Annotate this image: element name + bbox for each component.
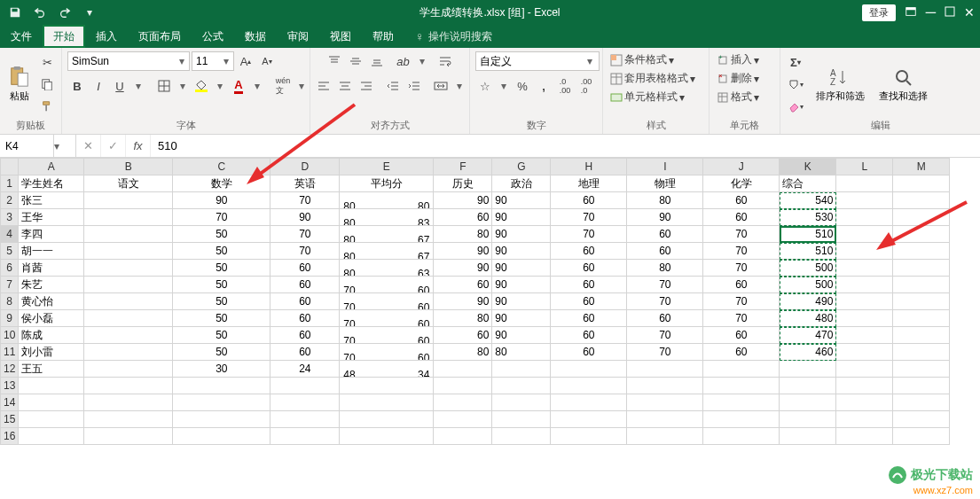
- cell[interactable]: 8067: [340, 226, 434, 243]
- cell[interactable]: [893, 344, 950, 361]
- cell[interactable]: 王五: [19, 361, 84, 378]
- col-header[interactable]: K: [780, 159, 836, 175]
- cell[interactable]: [492, 394, 551, 411]
- tab-review[interactable]: 审阅: [277, 25, 319, 48]
- enter-formula-button[interactable]: ✓: [101, 135, 126, 157]
- cell[interactable]: 90: [492, 327, 551, 344]
- cell[interactable]: [84, 344, 173, 361]
- tab-data[interactable]: 数据: [234, 25, 277, 48]
- cell[interactable]: 4834: [340, 361, 434, 378]
- cell[interactable]: 24: [270, 361, 340, 378]
- cell[interactable]: 60: [270, 277, 340, 293]
- cell[interactable]: 90: [270, 209, 340, 226]
- cell[interactable]: 90: [434, 243, 492, 260]
- row-header[interactable]: 4: [1, 226, 19, 243]
- chevron-down-icon[interactable]: ▾: [452, 80, 466, 92]
- name-box-input[interactable]: [0, 140, 53, 152]
- font-name-combo[interactable]: ▾: [67, 51, 190, 71]
- cell[interactable]: 60: [551, 310, 627, 327]
- cell[interactable]: [19, 411, 84, 428]
- cell[interactable]: 90: [434, 293, 492, 310]
- cell[interactable]: 530: [780, 209, 836, 226]
- cell[interactable]: 70: [703, 293, 780, 310]
- cell[interactable]: 90: [434, 260, 492, 277]
- cell[interactable]: 90: [492, 192, 551, 209]
- merge-center-button[interactable]: [431, 76, 451, 96]
- cell[interactable]: 80: [434, 344, 492, 361]
- cell[interactable]: [270, 428, 340, 445]
- chevron-down-icon[interactable]: ▾: [415, 55, 429, 67]
- cell[interactable]: 70: [627, 344, 703, 361]
- cell[interactable]: [627, 394, 703, 411]
- col-header[interactable]: D: [270, 159, 340, 175]
- chevron-down-icon[interactable]: ▾: [219, 55, 233, 67]
- cell[interactable]: 50: [173, 260, 270, 277]
- cell[interactable]: [780, 378, 836, 394]
- cell[interactable]: 7060: [340, 310, 434, 327]
- insert-cells-button[interactable]: +插入▾: [715, 51, 761, 68]
- cell[interactable]: [84, 277, 173, 293]
- sort-filter-button[interactable]: AZ 排序和筛选: [812, 63, 868, 106]
- col-header[interactable]: A: [19, 159, 84, 175]
- cell[interactable]: [270, 394, 340, 411]
- cell[interactable]: [84, 361, 173, 378]
- cell[interactable]: 英语: [270, 175, 340, 192]
- cell[interactable]: 480: [780, 310, 836, 327]
- cell[interactable]: 60: [551, 327, 627, 344]
- chevron-down-icon[interactable]: ▾: [583, 55, 597, 67]
- cell[interactable]: 60: [551, 344, 627, 361]
- cell[interactable]: [340, 428, 434, 445]
- cell[interactable]: 60: [627, 226, 703, 243]
- row-header[interactable]: 5: [1, 243, 19, 260]
- cell[interactable]: 50: [173, 310, 270, 327]
- cell[interactable]: 500: [780, 260, 836, 277]
- cell[interactable]: [340, 411, 434, 428]
- cell[interactable]: [434, 361, 492, 378]
- cell[interactable]: [84, 310, 173, 327]
- formula-input[interactable]: 510: [151, 139, 980, 152]
- italic-button[interactable]: I: [89, 76, 108, 96]
- row-header[interactable]: 13: [1, 378, 19, 394]
- minimize-icon[interactable]: ─: [926, 4, 936, 20]
- row-header[interactable]: 11: [1, 344, 19, 361]
- cell[interactable]: 60: [703, 327, 780, 344]
- find-select-button[interactable]: 查找和选择: [875, 63, 931, 106]
- cell[interactable]: [492, 411, 551, 428]
- cell[interactable]: 80: [434, 226, 492, 243]
- border-button[interactable]: [154, 76, 174, 96]
- decrease-decimal-button[interactable]: .00.0: [576, 76, 596, 96]
- col-header[interactable]: J: [703, 159, 780, 175]
- cell[interactable]: 470: [780, 327, 836, 344]
- cell[interactable]: 60: [270, 260, 340, 277]
- cut-button[interactable]: ✂: [37, 52, 57, 72]
- cell[interactable]: [270, 378, 340, 394]
- cell-styles-button[interactable]: 单元格样式▾: [608, 89, 686, 105]
- maximize-icon[interactable]: [945, 6, 955, 19]
- select-all-corner[interactable]: [1, 159, 19, 175]
- cell[interactable]: 70: [270, 226, 340, 243]
- cell[interactable]: 黄心怡: [19, 293, 84, 310]
- row-header[interactable]: 12: [1, 361, 19, 378]
- cell[interactable]: [551, 411, 627, 428]
- cell[interactable]: [340, 394, 434, 411]
- cell[interactable]: [627, 428, 703, 445]
- cell[interactable]: [173, 394, 270, 411]
- cell[interactable]: 90: [173, 192, 270, 209]
- cell[interactable]: 510: [780, 243, 836, 260]
- increase-font-button[interactable]: A▴: [236, 51, 255, 71]
- cell[interactable]: [84, 394, 173, 411]
- cell[interactable]: [492, 428, 551, 445]
- col-header[interactable]: I: [627, 159, 703, 175]
- cell[interactable]: 70: [627, 327, 703, 344]
- cell[interactable]: [893, 277, 950, 293]
- cell[interactable]: 70: [703, 260, 780, 277]
- cell[interactable]: [893, 310, 950, 327]
- decrease-indent-button[interactable]: [383, 76, 403, 96]
- format-cells-button[interactable]: 格式▾: [715, 89, 761, 105]
- cell[interactable]: [893, 260, 950, 277]
- cell[interactable]: [84, 260, 173, 277]
- cell[interactable]: [836, 226, 893, 243]
- cell[interactable]: [340, 378, 434, 394]
- cell[interactable]: 政治: [492, 175, 551, 192]
- cell[interactable]: 30: [173, 361, 270, 378]
